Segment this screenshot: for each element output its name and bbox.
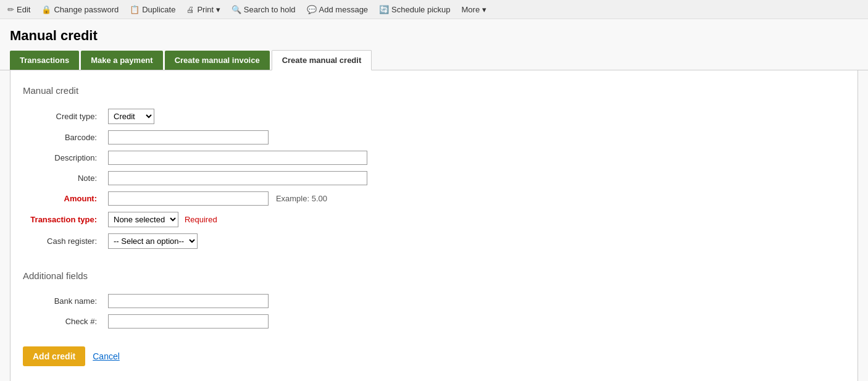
- add-message-button[interactable]: 💬 Add message: [307, 5, 369, 14]
- barcode-input[interactable]: [108, 130, 269, 144]
- form-table: Credit type: Credit Writeoff Barcode:: [23, 106, 455, 252]
- print-button[interactable]: 🖨 Print ▾: [186, 5, 220, 14]
- tab-make-payment[interactable]: Make a payment: [81, 51, 162, 70]
- bank-name-cell: [103, 291, 455, 311]
- cash-register-row: Cash register: -- Select an option--: [23, 230, 455, 252]
- bank-name-label: Bank name:: [23, 291, 103, 311]
- note-cell: [103, 168, 455, 188]
- barcode-label: Barcode:: [23, 127, 103, 148]
- duplicate-icon: 📋: [130, 5, 140, 14]
- tab-create-credit[interactable]: Create manual credit: [272, 50, 372, 70]
- search-icon: 🔍: [232, 5, 241, 14]
- additional-fields-section: Additional fields Bank name: Check #:: [23, 270, 845, 332]
- schedule-icon: 🔄: [379, 5, 389, 14]
- edit-button[interactable]: ✏ Edit: [7, 5, 30, 14]
- more-button[interactable]: More ▾: [462, 5, 486, 14]
- note-input[interactable]: [108, 171, 367, 185]
- duplicate-button[interactable]: 📋 Duplicate: [130, 5, 175, 14]
- check-cell: [103, 311, 455, 332]
- lock-icon: 🔒: [41, 5, 51, 14]
- edit-icon: ✏: [7, 5, 14, 14]
- amount-example: Example: 5.00: [276, 194, 327, 203]
- tabs: Transactions Make a payment Create manua…: [0, 50, 868, 70]
- check-input[interactable]: [108, 314, 269, 329]
- credit-type-cell: Credit Writeoff: [103, 106, 455, 127]
- main-content: Manual credit Credit type: Credit Writeo…: [10, 70, 858, 381]
- transaction-type-cell: None selected Required: [103, 209, 455, 230]
- schedule-pickup-button[interactable]: 🔄 Schedule pickup: [379, 5, 450, 14]
- amount-input[interactable]: [108, 191, 269, 206]
- amount-row: Amount: Example: 5.00: [23, 188, 455, 209]
- message-icon: 💬: [307, 5, 317, 14]
- check-label: Check #:: [23, 311, 103, 332]
- search-hold-button[interactable]: 🔍 Search to hold: [232, 5, 296, 14]
- additional-section-title: Additional fields: [23, 270, 845, 281]
- amount-cell: Example: 5.00: [103, 188, 455, 209]
- tab-transactions[interactable]: Transactions: [10, 51, 79, 70]
- description-input[interactable]: [108, 151, 367, 165]
- transaction-type-select[interactable]: None selected: [108, 212, 178, 227]
- additional-form-table: Bank name: Check #:: [23, 291, 455, 332]
- page-title-area: Manual credit: [0, 19, 868, 50]
- cash-register-label: Cash register:: [23, 230, 103, 252]
- bank-name-row: Bank name:: [23, 291, 455, 311]
- note-label: Note:: [23, 168, 103, 188]
- description-cell: [103, 148, 455, 168]
- manual-credit-section: Manual credit Credit type: Credit Writeo…: [23, 85, 845, 252]
- bank-name-input[interactable]: [108, 294, 269, 308]
- check-row: Check #:: [23, 311, 455, 332]
- barcode-row: Barcode:: [23, 127, 455, 148]
- tab-create-invoice[interactable]: Create manual invoice: [165, 51, 270, 70]
- page-title: Manual credit: [10, 28, 858, 44]
- cash-register-select[interactable]: -- Select an option--: [108, 233, 198, 249]
- amount-label: Amount:: [23, 188, 103, 209]
- toolbar: ✏ Edit 🔒 Change password 📋 Duplicate 🖨 P…: [0, 0, 868, 19]
- transaction-type-row: Transaction type: None selected Required: [23, 209, 455, 230]
- barcode-cell: [103, 127, 455, 148]
- credit-type-select[interactable]: Credit Writeoff: [108, 109, 154, 124]
- credit-type-row: Credit type: Credit Writeoff: [23, 106, 455, 127]
- print-icon: 🖨: [186, 5, 194, 14]
- section-title: Manual credit: [23, 85, 845, 96]
- note-row: Note:: [23, 168, 455, 188]
- required-text: Required: [185, 215, 217, 224]
- button-area: Add credit Cancel: [23, 346, 845, 366]
- description-row: Description:: [23, 148, 455, 168]
- add-credit-button[interactable]: Add credit: [23, 346, 85, 366]
- credit-type-label: Credit type:: [23, 106, 103, 127]
- cash-register-cell: -- Select an option--: [103, 230, 455, 252]
- description-label: Description:: [23, 148, 103, 168]
- change-password-button[interactable]: 🔒 Change password: [41, 5, 119, 14]
- cancel-button[interactable]: Cancel: [93, 351, 120, 361]
- transaction-type-label: Transaction type:: [23, 209, 103, 230]
